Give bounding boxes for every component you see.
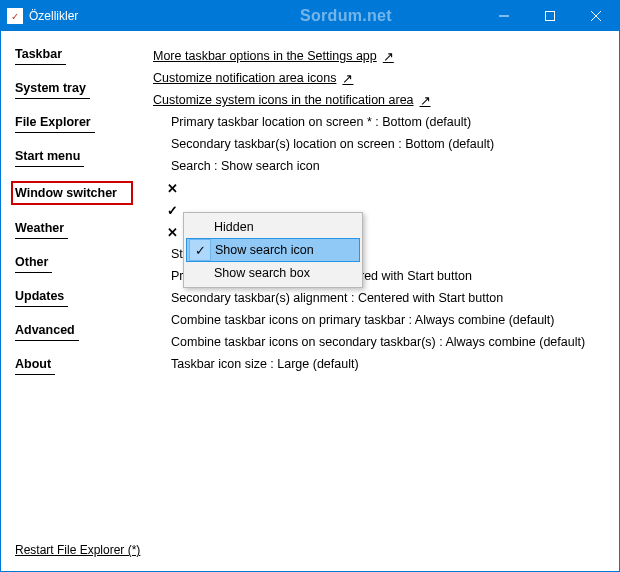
main-panel: More taskbar options in the Settings app…: [153, 31, 619, 571]
maximize-button[interactable]: [527, 1, 573, 31]
link-label: Customize notification area icons: [153, 71, 336, 85]
dropdown-item-label: Hidden: [214, 220, 254, 234]
link-label: More taskbar options in the Settings app: [153, 49, 377, 63]
sidebar-item-file-explorer[interactable]: File Explorer: [15, 113, 95, 133]
check-icon: ✓: [165, 203, 179, 218]
setting-combine-primary[interactable]: Combine taskbar icons on primary taskbar…: [153, 309, 609, 331]
setting-combine-secondary[interactable]: Combine taskbar icons on secondary taskb…: [153, 331, 609, 353]
watermark: Sordum.net: [300, 7, 392, 25]
cross-icon: ✕: [165, 181, 179, 196]
close-button[interactable]: [573, 1, 619, 31]
search-dropdown: Hidden ✓ Show search icon Show search bo…: [183, 212, 363, 288]
app-icon: ✓: [7, 8, 23, 24]
sidebar-item-updates[interactable]: Updates: [15, 287, 68, 307]
sidebar-item-window-switcher[interactable]: Window switcher: [11, 181, 133, 205]
dropdown-item-show-search-box[interactable]: Show search box: [186, 261, 360, 285]
dropdown-item-hidden[interactable]: Hidden: [186, 215, 360, 239]
setting-secondary-alignment[interactable]: Secondary taskbar(s) alignment : Centere…: [153, 287, 609, 309]
titlebar[interactable]: ✓ Özellikler Sordum.net: [1, 1, 619, 31]
sidebar-item-start-menu[interactable]: Start menu: [15, 147, 84, 167]
link-customize-notification-icons[interactable]: Customize notification area icons↗: [153, 67, 609, 89]
dropdown-item-label: Show search box: [214, 266, 310, 280]
setting-primary-taskbar-location[interactable]: Primary taskbar location on screen * : B…: [153, 111, 609, 133]
dropdown-check-slot: [188, 261, 210, 285]
sidebar-item-system-tray[interactable]: System tray: [15, 79, 90, 99]
dropdown-item-show-search-icon[interactable]: ✓ Show search icon: [186, 238, 360, 262]
link-label: Customize system icons in the notificati…: [153, 93, 414, 107]
external-link-icon: ↗: [420, 93, 431, 108]
sidebar-item-about[interactable]: About: [15, 355, 55, 375]
minimize-button[interactable]: [481, 1, 527, 31]
svg-rect-1: [546, 12, 555, 21]
setting-taskbar-icon-size[interactable]: Taskbar icon size : Large (default): [153, 353, 609, 375]
setting-secondary-taskbar-location[interactable]: Secondary taskbar(s) location on screen …: [153, 133, 609, 155]
dropdown-item-label: Show search icon: [215, 243, 314, 257]
link-customize-system-icons[interactable]: Customize system icons in the notificati…: [153, 89, 609, 111]
window-controls: [481, 1, 619, 31]
sidebar: Taskbar System tray File Explorer Start …: [1, 31, 153, 571]
external-link-icon: ↗: [383, 49, 394, 64]
link-more-taskbar-options[interactable]: More taskbar options in the Settings app…: [153, 45, 609, 67]
sidebar-item-taskbar[interactable]: Taskbar: [15, 45, 66, 65]
cross-icon: ✕: [165, 225, 179, 240]
window-title: Özellikler: [29, 9, 78, 23]
sidebar-item-other[interactable]: Other: [15, 253, 52, 273]
option-row-1[interactable]: ✕: [153, 177, 609, 199]
content-area: Taskbar System tray File Explorer Start …: [1, 31, 619, 571]
sidebar-item-advanced[interactable]: Advanced: [15, 321, 79, 341]
check-icon: ✓: [189, 239, 211, 261]
setting-search[interactable]: Search : Show search icon: [153, 155, 609, 177]
external-link-icon: ↗: [342, 71, 353, 86]
sidebar-item-weather[interactable]: Weather: [15, 219, 68, 239]
dropdown-check-slot: [188, 215, 210, 239]
restart-file-explorer-link[interactable]: Restart File Explorer (*): [15, 543, 140, 557]
